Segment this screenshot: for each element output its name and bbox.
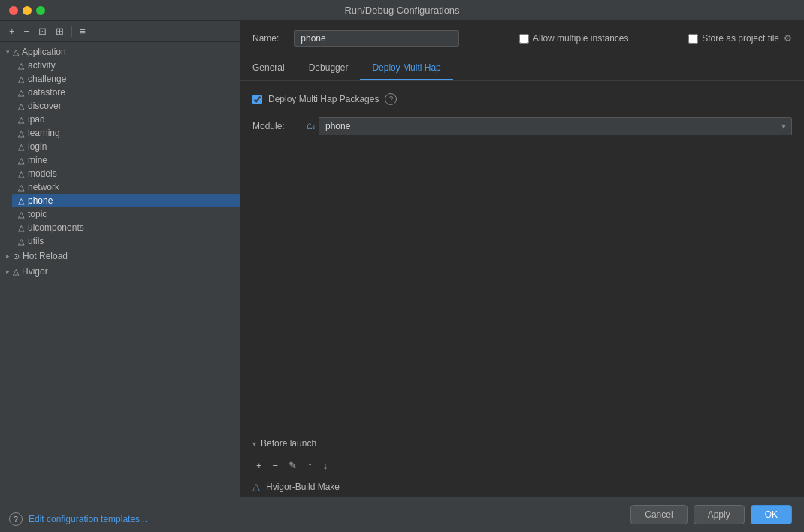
tree-item-utils[interactable]: △ utils (12, 234, 240, 248)
item-icon: △ (18, 237, 24, 246)
tree-item-ipad[interactable]: △ ipad (12, 113, 240, 126)
before-launch-up-button[interactable]: ↑ (304, 458, 316, 473)
item-icon: △ (18, 169, 24, 179)
chevron-right-icon: ▸ (6, 252, 10, 260)
item-icon: △ (18, 128, 24, 138)
tree-item-mine[interactable]: △ mine (12, 153, 240, 167)
chevron-right-icon: ▸ (6, 268, 10, 275)
remove-config-button[interactable]: − (21, 24, 33, 38)
before-launch-remove-button[interactable]: − (269, 458, 283, 473)
tree-item-topic[interactable]: △ topic (12, 207, 240, 221)
tree-item-activity[interactable]: △ activity (12, 59, 240, 72)
tree-item-label: uicomponents (28, 222, 84, 233)
tree-item-label: models (28, 168, 57, 179)
checkbox-group-allow-multiple: Allow multiple instances (519, 33, 628, 44)
item-icon: △ (18, 156, 24, 165)
module-row: Module: 🗂 phone (252, 117, 792, 135)
chevron-down-icon: ▾ (6, 48, 10, 56)
traffic-lights (9, 6, 45, 15)
sort-button[interactable]: ≡ (77, 24, 89, 38)
tree-item-label: phone (28, 195, 53, 206)
settings-icon: ⚙ (784, 33, 792, 44)
allow-multiple-checkbox[interactable] (519, 34, 529, 44)
item-icon: △ (18, 142, 24, 152)
tab-deploy-multi-hap[interactable]: Deploy Multi Hap (360, 56, 452, 80)
help-button[interactable]: ? (9, 512, 23, 526)
tree-item-uicomponents[interactable]: △ uicomponents (12, 221, 240, 234)
deploy-multi-hap-checkbox[interactable] (252, 95, 262, 104)
paste-config-button[interactable]: ⊞ (53, 24, 67, 38)
before-launch-title: Before launch (261, 438, 316, 449)
ok-button[interactable]: OK (751, 505, 792, 524)
tree-item-learning[interactable]: △ learning (12, 126, 240, 140)
before-launch-toolbar: + − ✎ ↑ ↓ (240, 455, 804, 476)
item-icon: △ (18, 183, 24, 192)
config-name-input[interactable] (294, 30, 459, 47)
titlebar: Run/Debug Configurations (0, 0, 804, 21)
store-project-label: Store as project file (688, 33, 779, 44)
close-button[interactable] (9, 6, 18, 15)
deploy-checkbox-row: Deploy Multi Hap Packages ? (252, 93, 792, 105)
cancel-button[interactable]: Cancel (630, 505, 687, 524)
apply-button[interactable]: Apply (694, 505, 745, 524)
before-launch-chevron-icon[interactable]: ▾ (252, 440, 256, 448)
tree-item-network[interactable]: △ network (12, 180, 240, 194)
add-config-button[interactable]: + (6, 24, 18, 38)
before-launch-down-button[interactable]: ↓ (319, 458, 332, 473)
allow-multiple-label: Allow multiple instances (519, 33, 628, 44)
help-circle-icon[interactable]: ? (385, 93, 397, 105)
toolbar-separator (71, 26, 72, 37)
item-icon: △ (18, 210, 24, 219)
tab-debugger[interactable]: Debugger (297, 56, 361, 80)
module-label: Module: (252, 121, 298, 131)
hvigor-build-label: Hvigor-Build Make (266, 482, 340, 492)
sidebar: + − ⊡ ⊞ ≡ ▾ △ Application △ activity (0, 21, 240, 532)
tree-group-application: ▾ △ Application △ activity △ challenge △ (0, 45, 240, 248)
tree-item-login[interactable]: △ login (12, 140, 240, 153)
application-group-label: Application (22, 47, 66, 57)
folder-icon: 🗂 (307, 121, 316, 131)
right-panel-content: Deploy Multi Hap Packages ? Module: 🗂 ph… (240, 81, 804, 497)
footer-buttons: Cancel Apply OK (240, 497, 804, 532)
tree-item-datastore[interactable]: △ datastore (12, 86, 240, 99)
tree-group-header-hvigor[interactable]: ▸ △ Hvigor (0, 264, 240, 278)
item-icon: △ (18, 115, 24, 125)
tree-item-discover[interactable]: △ discover (12, 99, 240, 113)
tree-item-label: challenge (28, 74, 66, 84)
before-launch-item: △ Hvigor-Build Make (240, 476, 804, 497)
item-icon: △ (18, 223, 24, 233)
before-launch-add-button[interactable]: + (252, 458, 266, 473)
tree-group-header-hot-reload[interactable]: ▸ ⊙ Hot Reload (0, 249, 240, 263)
tree-item-label: login (28, 141, 47, 152)
copy-config-button[interactable]: ⊡ (35, 24, 50, 38)
tree-item-label: datastore (28, 87, 65, 98)
minimize-button[interactable] (23, 6, 32, 15)
tree-item-models[interactable]: △ models (12, 167, 240, 180)
edit-config-link[interactable]: Edit configuration templates... (29, 514, 147, 524)
tree-item-phone[interactable]: △ phone (12, 194, 240, 207)
window-title: Run/Debug Configurations (344, 5, 459, 16)
tree-group-hvigor: ▸ △ Hvigor (0, 264, 240, 278)
hvigor-icon: △ (13, 267, 19, 277)
module-select-wrapper: 🗂 phone (307, 117, 792, 135)
module-select[interactable]: phone (319, 117, 792, 135)
tree-item-challenge[interactable]: △ challenge (12, 72, 240, 86)
tree-item-label: topic (28, 209, 47, 219)
sidebar-tree: ▾ △ Application △ activity △ challenge △ (0, 42, 240, 506)
deploy-multi-hap-label: Deploy Multi Hap Packages (268, 94, 379, 104)
tabs: General Debugger Deploy Multi Hap (240, 56, 804, 81)
checkbox-group-store-project: Store as project file ⚙ (688, 33, 792, 44)
tree-item-label: activity (28, 60, 56, 71)
tree-group-header-application[interactable]: ▾ △ Application (0, 45, 240, 59)
maximize-button[interactable] (36, 6, 45, 15)
store-project-checkbox[interactable] (688, 34, 698, 44)
hvigor-group-label: Hvigor (22, 266, 48, 277)
main-content: + − ⊡ ⊞ ≡ ▾ △ Application △ activity (0, 21, 804, 532)
right-panel: Name: Allow multiple instances Store as … (240, 21, 804, 532)
before-launch-section: ▾ Before launch + − ✎ ↑ ↓ △ Hvigor-Build… (240, 432, 804, 497)
tab-general[interactable]: General (240, 56, 297, 80)
tree-item-label: learning (28, 128, 60, 138)
name-label: Name: (252, 33, 279, 44)
before-launch-edit-button[interactable]: ✎ (285, 458, 301, 473)
tree-item-label: ipad (28, 114, 45, 125)
